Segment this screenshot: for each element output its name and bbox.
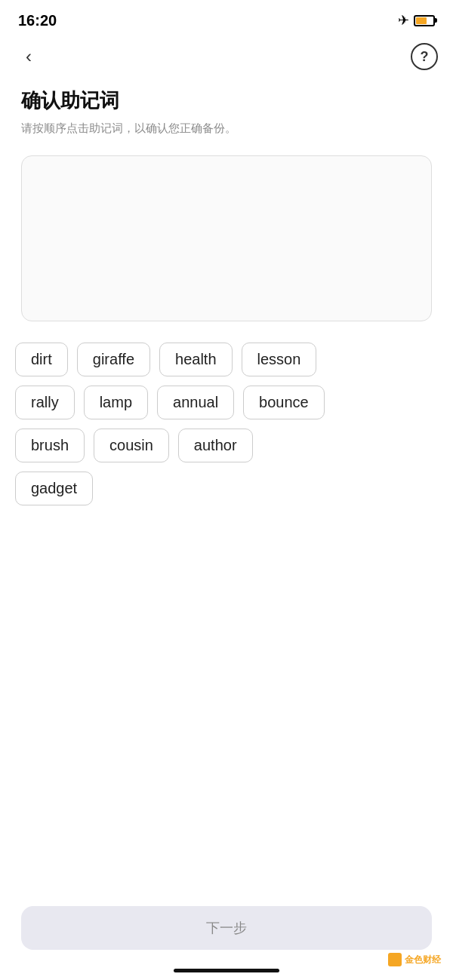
status-icons: ✈ — [398, 12, 435, 29]
word-chip[interactable]: brush — [15, 429, 85, 462]
word-chip[interactable]: lamp — [84, 386, 148, 419]
word-row: dirtgiraffehealthlesson — [15, 343, 438, 376]
word-grid: dirtgiraffehealthlessonrallylampannualbo… — [0, 343, 453, 505]
next-button[interactable]: 下一步 — [21, 906, 432, 950]
page-content: 确认助记词 请按顺序点击助记词，以确认您正确备份。 — [0, 75, 453, 321]
word-chip[interactable]: giraffe — [77, 343, 150, 376]
watermark-text: 金色财经 — [405, 954, 441, 966]
bottom-area: 下一步 — [21, 906, 432, 950]
battery-icon — [414, 15, 435, 26]
airplane-icon: ✈ — [398, 12, 409, 29]
home-indicator — [174, 969, 279, 972]
word-chip[interactable]: bounce — [243, 386, 325, 419]
back-button[interactable]: ‹ — [15, 43, 42, 70]
word-chip[interactable]: health — [159, 343, 233, 376]
word-chip[interactable]: gadget — [15, 472, 93, 505]
help-button[interactable]: ? — [411, 43, 438, 70]
word-chip[interactable]: lesson — [242, 343, 317, 376]
word-chip[interactable]: author — [178, 429, 253, 462]
battery-fill — [416, 17, 427, 24]
word-chip[interactable]: cousin — [94, 429, 169, 462]
word-row: rallylampannualbounce — [15, 386, 438, 419]
status-time: 16:20 — [18, 12, 57, 29]
watermark: 金色财经 — [388, 953, 441, 966]
answer-box — [21, 155, 432, 321]
page-title: 确认助记词 — [21, 88, 432, 114]
word-row: gadget — [15, 472, 438, 505]
word-row: brushcousinauthor — [15, 429, 438, 462]
word-chip[interactable]: dirt — [15, 343, 68, 376]
nav-bar: ‹ ? — [0, 38, 453, 75]
status-bar: 16:20 ✈ — [0, 0, 453, 38]
watermark-icon — [388, 953, 402, 966]
word-chip[interactable]: annual — [157, 386, 234, 419]
page-subtitle: 请按顺序点击助记词，以确认您正确备份。 — [21, 120, 432, 137]
word-chip[interactable]: rally — [15, 386, 75, 419]
